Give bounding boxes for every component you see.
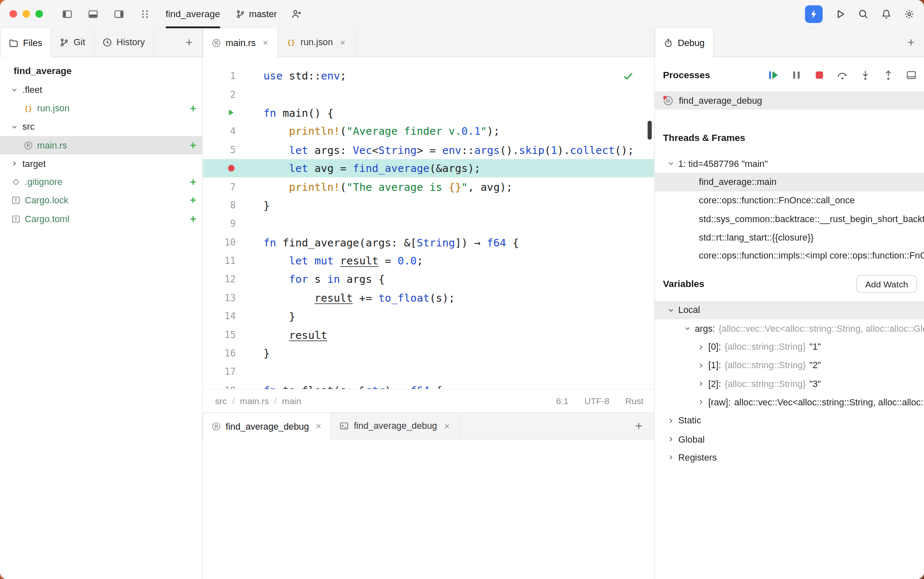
code-line-10[interactable]: 10fn find_average(args: &[String]) → f64… [203,233,654,251]
stack-frame[interactable]: core::ops::function::FnOnce::call_once [654,191,924,210]
bottom-tab-find_average_debug[interactable]: find_average_debug [331,413,459,439]
close-icon[interactable] [443,422,451,430]
add-watch-button[interactable]: Add Watch [856,275,917,293]
step-out-button[interactable] [883,69,894,81]
code-line-18[interactable]: 18fn to_float(s: &str) → f64 { [203,381,654,389]
process-item[interactable]: R find_average_debug [654,91,924,110]
code-line-14[interactable]: 14 } [203,307,654,325]
code-line-7[interactable]: 7 println!("The average is {}", avg); [203,177,654,196]
variable-row[interactable]: [1]:{alloc::string::String}"2" [654,356,924,374]
add-debug-tab-button[interactable] [906,38,916,47]
chevright-icon[interactable] [697,398,705,406]
chevright-icon[interactable] [667,454,675,461]
stack-frame[interactable]: core::ops::function::impls::<impl core::… [654,246,924,265]
chevdown-icon[interactable] [667,306,675,314]
variable-row-static[interactable]: Static [654,412,924,430]
chevright-icon[interactable] [697,361,705,369]
tree-item-src[interactable]: src [0,118,202,136]
zoom-window-button[interactable] [35,10,43,18]
resume-button[interactable] [768,69,779,81]
run-button-icon[interactable] [835,8,845,19]
code-line-8[interactable]: 8} [203,196,654,215]
code-line-15[interactable]: 15 result [203,325,654,344]
run-gutter[interactable] [203,108,238,118]
tab-debug[interactable]: Debug [654,28,713,57]
code-line-1[interactable]: 1use std::env; [203,67,654,85]
pause-button[interactable] [791,69,802,81]
tree-item--gitignore[interactable]: .gitignore+ [0,173,202,191]
add-tool-tab-button[interactable] [185,38,194,47]
tree-item-main-rs[interactable]: Rmain.rs+ [0,136,202,154]
code-line-13[interactable]: 13 result += to_float(s); [203,289,654,307]
code-line-16[interactable]: 16} [203,344,654,362]
tree-item-cargo-toml[interactable]: TCargo.toml+ [0,210,202,228]
tree-item--fleet[interactable]: .fleet [0,81,202,99]
close-icon[interactable] [339,38,346,46]
editor-tab-main-rs[interactable]: Rmain.rs [203,28,278,57]
close-window-button[interactable] [10,10,17,18]
code-line-17[interactable]: 17 [203,362,654,381]
stop-button[interactable] [814,69,825,81]
code-editor[interactable]: 1use std::env;2fn main() {4 println!("Av… [203,57,654,389]
breakpoint-gutter[interactable] [203,164,238,173]
search-icon[interactable] [858,8,868,19]
chevright-icon[interactable] [697,380,705,387]
workspace-title[interactable]: find_average [166,0,220,28]
step-over-button[interactable] [837,69,848,81]
sidebar-tab-files[interactable]: Files [0,28,51,57]
code-line-5[interactable]: 5 let args: Vec<String> = env::args().sk… [203,141,654,159]
stack-frame[interactable]: find_average::main [654,173,924,191]
chevright-icon[interactable] [667,436,675,443]
editor-scrollbar[interactable] [648,121,652,140]
stack-frame[interactable]: std::rt::lang_start::{{closure}} [654,228,924,246]
editor-tab-run-json[interactable]: {}run.json [278,28,355,57]
sidebar-tab-git[interactable]: Git [51,28,94,57]
caret-position[interactable]: 6:1 [556,396,568,406]
breadcrumb-item[interactable]: src [215,396,227,406]
inspections-ok-icon[interactable] [622,70,634,82]
toggle-left-panel-icon[interactable] [62,8,72,19]
notifications-icon[interactable] [881,8,891,19]
collab-widget[interactable] [291,8,301,19]
code-line-12[interactable]: 12 for s in args { [203,270,654,288]
variable-row[interactable]: [2]:{alloc::string::String}"3" [654,375,924,393]
workspace-switcher-icon[interactable] [140,8,150,19]
variable-row[interactable]: args:{alloc::vec::Vec<alloc::string::Str… [654,319,924,338]
chevright-icon[interactable] [697,343,705,351]
debug-session-button[interactable] [805,5,823,23]
tree-item-run-json[interactable]: {}run.json+ [0,99,202,118]
settings-gear-icon[interactable] [904,8,914,19]
variable-row-global[interactable]: Global [654,430,924,448]
breadcrumb-item[interactable]: main.rs [240,396,269,406]
variable-row[interactable]: [0]:{alloc::string::String}"1" [654,338,924,356]
toggle-right-panel-icon[interactable] [114,8,124,19]
code-line-6[interactable]: let avg = find_average(&args); [203,159,654,177]
code-line-2[interactable]: 2 [203,85,654,103]
git-branch-widget[interactable]: master [236,8,277,19]
code-line-4[interactable]: 4 println!("Average finder v.0.1"); [203,122,654,141]
language-mode[interactable]: Rust [625,396,643,406]
stack-frame[interactable]: std::sys_common::backtrace::__rust_begin… [654,210,924,228]
variable-row[interactable]: [raw]:alloc::vec::Vec<alloc::string::Str… [654,393,924,412]
close-icon[interactable] [315,423,322,430]
tree-item-target[interactable]: target [0,154,202,173]
minimize-window-button[interactable] [23,10,30,18]
add-terminal-button[interactable] [634,421,644,431]
code-line-11[interactable]: 11 let mut result = 0.0; [203,251,654,270]
thread-row[interactable]: 1: tid=4587796 "main" [654,154,924,173]
variable-row-local[interactable]: Local [654,301,924,319]
file-encoding[interactable]: UTF-8 [584,396,609,406]
code-line-9[interactable]: 9 [203,215,654,233]
toggle-bottom-panel-icon[interactable] [88,8,98,19]
variable-row-registers[interactable]: Registers [654,448,924,467]
chevdown-icon[interactable] [683,325,691,332]
code-line-3[interactable]: fn main() { [203,104,654,122]
breadcrumb-item[interactable]: main [282,396,301,406]
debug-console-output[interactable] [203,439,654,579]
tree-item-project-root[interactable]: find_average [0,61,202,80]
close-icon[interactable] [262,39,269,46]
step-into-button[interactable] [860,69,871,81]
tree-item-cargo-lock[interactable]: TCargo.lock+ [0,191,202,210]
sidebar-tab-history[interactable]: History [94,28,154,57]
bottom-tab-find_average_debug[interactable]: Rfind_average_debug [203,413,331,439]
